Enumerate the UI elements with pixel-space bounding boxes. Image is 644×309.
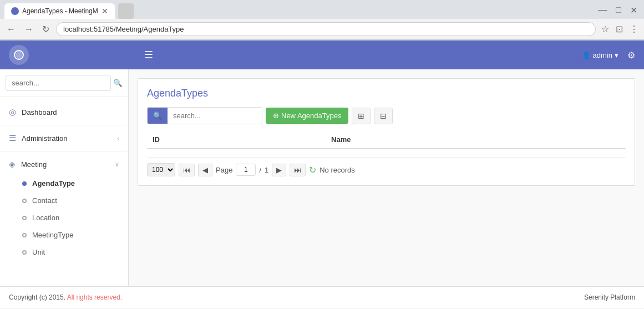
bookmark-icon[interactable]: ☆ <box>600 23 610 36</box>
back-button[interactable]: ← <box>4 23 18 36</box>
prev-page-button[interactable]: ◀ <box>198 164 212 176</box>
meeting-icon: ◈ <box>9 159 16 169</box>
footer-copyright: Copyright (c) 2015. All rights reserved. <box>9 293 122 301</box>
new-tab-button[interactable] <box>118 3 134 19</box>
location-circle-icon <box>22 216 27 220</box>
sidebar-section-main: ◎ Dashboard ☰ Administration ‹ ◈ Meeting… <box>0 97 128 265</box>
administration-icon: ☰ <box>9 133 16 143</box>
browser-chrome: AgendaTypes - MeetingM ✕ — □ ✕ ← → ↻ loc… <box>0 0 644 40</box>
export-icon: ⊟ <box>380 112 387 120</box>
app-footer: Copyright (c) 2015. All rights reserved.… <box>0 286 644 308</box>
page-size-select[interactable]: 100 25 50 250 <box>147 163 175 176</box>
browser-menu-icon[interactable]: ⋮ <box>628 23 640 36</box>
refresh-button[interactable]: ↻ <box>40 23 52 36</box>
admin-label: admin <box>593 51 612 59</box>
sidebar-dashboard-label: Dashboard <box>22 108 57 116</box>
contact-circle-icon <box>22 199 27 203</box>
address-bar[interactable]: localhost:51785/Meeting/AgendaType <box>56 22 596 36</box>
column-picker-button[interactable]: ⊞ <box>352 108 371 124</box>
first-page-button[interactable]: ⏮ <box>179 164 195 176</box>
minimize-button[interactable]: — <box>596 4 609 17</box>
column-header-name[interactable]: Name <box>326 131 626 149</box>
header-right: 👤 admin ▾ ⚙ <box>582 50 635 60</box>
administration-chevron-icon: ‹ <box>117 135 119 141</box>
browser-title-bar: AgendaTypes - MeetingM ✕ — □ ✕ <box>0 0 644 19</box>
sidebar-administration-label: Administration <box>22 134 67 143</box>
sidebar-sub-item-location[interactable]: Location <box>0 209 128 226</box>
admin-dropdown-icon: ▾ <box>615 51 618 59</box>
sidebar-item-meeting[interactable]: ◈ Meeting ∨ <box>0 154 128 175</box>
next-page-button[interactable]: ▶ <box>272 164 286 176</box>
app-logo <box>9 45 29 65</box>
tab-close-button[interactable]: ✕ <box>102 7 108 16</box>
copyright-text: Copyright (c) 2015. <box>9 293 65 301</box>
sidebar-unit-label: Unit <box>32 248 45 256</box>
sidebar-divider-2 <box>0 151 128 151</box>
admin-user-button[interactable]: 👤 admin ▾ <box>582 51 618 59</box>
hamburger-menu-button[interactable]: ☰ <box>140 44 158 65</box>
new-button-label: New AgendaTypes <box>281 112 341 120</box>
tab-favicon <box>11 7 19 15</box>
footer-rights-link[interactable]: All rights reserved. <box>67 293 122 301</box>
footer-brand: Serenity Platform <box>584 293 635 301</box>
last-page-button[interactable]: ⏭ <box>290 164 306 176</box>
maximize-button[interactable]: □ <box>613 4 623 17</box>
sidebar-sub-item-meetingtype[interactable]: MeetingType <box>0 226 128 244</box>
page-label: Page <box>216 166 232 174</box>
sidebar-meetingtype-label: MeetingType <box>32 231 73 239</box>
page-number-input[interactable] <box>236 164 256 176</box>
tab-title: AgendaTypes - MeetingM <box>22 7 98 15</box>
main-content: AgendaTypes 🔍 ⊕ New AgendaTypes ⊞ ⊟ <box>129 69 644 286</box>
sidebar-divider <box>0 125 128 125</box>
sidebar-search-area: 🔍 <box>0 69 128 97</box>
column-header-id[interactable]: ID <box>147 131 326 149</box>
sidebar-meeting-label: Meeting <box>21 160 47 169</box>
sidebar: 🔍 ◎ Dashboard ☰ Administration ‹ ◈ Meeti… <box>0 69 129 286</box>
meetingtype-circle-icon <box>22 233 27 237</box>
new-agendatype-button[interactable]: ⊕ New AgendaTypes <box>266 108 348 124</box>
user-icon: 👤 <box>582 51 591 59</box>
url-text: localhost:51785/Meeting/AgendaType <box>63 25 589 33</box>
plus-icon: ⊕ <box>273 112 279 120</box>
column-picker-icon: ⊞ <box>358 112 364 120</box>
app-header: ☰ 👤 admin ▾ ⚙ <box>0 40 644 69</box>
table-search-box: 🔍 <box>147 107 262 124</box>
total-pages: 1 <box>265 166 268 174</box>
content-card: AgendaTypes 🔍 ⊕ New AgendaTypes ⊞ ⊟ <box>138 78 635 186</box>
sidebar-sub-item-agendatype[interactable]: AgendaType <box>0 175 128 192</box>
table-header-row: ID Name <box>147 131 626 149</box>
sidebar-contact-label: Contact <box>32 196 57 205</box>
extension-icon[interactable]: ⊡ <box>615 23 624 36</box>
sidebar-item-administration[interactable]: ☰ Administration ‹ <box>0 128 128 149</box>
sidebar-location-label: Location <box>32 214 59 222</box>
close-window-button[interactable]: ✕ <box>628 4 640 17</box>
browser-toolbar: ← → ↻ localhost:51785/Meeting/AgendaType… <box>0 19 644 40</box>
sidebar-search-button[interactable]: 🔍 <box>113 79 123 87</box>
app-body: 🔍 ◎ Dashboard ☰ Administration ‹ ◈ Meeti… <box>0 69 644 286</box>
sidebar-sub-item-unit[interactable]: Unit <box>0 244 128 261</box>
browser-tab[interactable]: AgendaTypes - MeetingM ✕ <box>4 3 115 19</box>
refresh-data-button[interactable]: ↻ <box>309 165 316 175</box>
unit-circle-icon <box>22 250 27 255</box>
export-button[interactable]: ⊟ <box>374 108 393 124</box>
table-search-input[interactable] <box>168 108 262 123</box>
forward-button[interactable]: → <box>22 23 36 36</box>
page-title: AgendaTypes <box>147 88 626 99</box>
table-header: ID Name <box>147 131 626 149</box>
data-table: ID Name <box>147 131 626 149</box>
agendatype-circle-icon <box>22 181 27 186</box>
dashboard-icon: ◎ <box>9 107 16 117</box>
no-records-label: No records <box>320 166 355 174</box>
total-pages-separator: / <box>259 166 261 174</box>
sidebar-sub-item-contact[interactable]: Contact <box>0 192 128 209</box>
sidebar-item-dashboard[interactable]: ◎ Dashboard <box>0 102 128 123</box>
pagination: 100 25 50 250 ⏮ ◀ Page / 1 ▶ ⏭ ↻ No reco… <box>147 157 626 176</box>
table-search-button[interactable]: 🔍 <box>148 108 168 124</box>
settings-button[interactable]: ⚙ <box>627 50 635 60</box>
meeting-chevron-icon: ∨ <box>115 161 119 168</box>
sidebar-search-input[interactable] <box>6 75 111 91</box>
toolbar: 🔍 ⊕ New AgendaTypes ⊞ ⊟ <box>147 107 626 124</box>
sidebar-agendatype-label: AgendaType <box>32 179 75 188</box>
